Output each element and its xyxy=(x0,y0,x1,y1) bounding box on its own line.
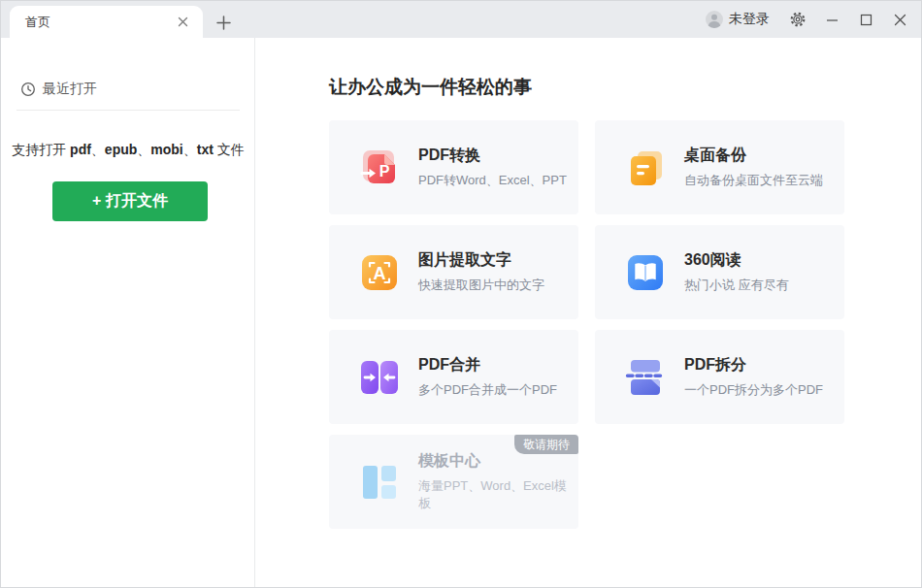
feature-card-image-ocr[interactable]: A 图片提取文字 快速提取图片中的文字 xyxy=(329,225,578,319)
app-window: 首页 未登录 xyxy=(0,0,922,588)
svg-text:P: P xyxy=(379,163,390,180)
content-area: 最近打开 支持打开 pdf、epub、mobi、txt 文件 + 打开文件 让办… xyxy=(1,38,921,588)
supported-formats-text: 支持打开 pdf、epub、mobi、txt 文件 xyxy=(1,142,255,159)
tab-label: 首页 xyxy=(25,14,174,31)
feature-card-pdf-split[interactable]: PDF拆分 一个PDF拆分为多个PDF xyxy=(595,330,844,424)
main-panel: 让办公成为一件轻松的事 P xyxy=(255,38,922,588)
page-title: 让办公成为一件轻松的事 xyxy=(329,75,532,100)
settings-button[interactable] xyxy=(784,6,811,33)
close-button[interactable] xyxy=(886,6,913,33)
pdf-convert-icon: P xyxy=(358,147,401,189)
desktop-backup-icon xyxy=(624,147,667,189)
card-title: 模板中心 xyxy=(418,451,578,472)
card-subtitle: 海量PPT、Word、Excel模板 xyxy=(418,477,578,512)
card-title: 图片提取文字 xyxy=(418,250,544,271)
book-reader-icon xyxy=(624,251,667,294)
tab-home[interactable]: 首页 xyxy=(10,6,203,38)
clock-icon xyxy=(20,82,36,97)
feature-card-pdf-convert[interactable]: P PDF转换 PDF转Word、Excel、PPT xyxy=(329,120,578,214)
avatar-icon xyxy=(705,10,724,29)
card-title: PDF合并 xyxy=(418,355,557,376)
sidebar: 最近打开 支持打开 pdf、epub、mobi、txt 文件 + 打开文件 xyxy=(1,38,255,588)
feature-card-360-reader[interactable]: 360阅读 热门小说 应有尽有 xyxy=(595,225,844,319)
maximize-icon xyxy=(860,14,873,26)
card-title: 桌面备份 xyxy=(684,146,823,166)
card-subtitle: PDF转Word、Excel、PPT xyxy=(418,172,567,189)
coming-soon-badge: 敬请期待 xyxy=(514,435,578,454)
card-subtitle: 多个PDF合并成一个PDF xyxy=(418,381,557,399)
feature-grid: P PDF转换 PDF转Word、Excel、PPT xyxy=(329,120,845,529)
pdf-split-icon xyxy=(624,356,667,399)
feature-card-template-center: 敬请期待 模板中心 海量PPT、Word、Excel模板 xyxy=(329,435,578,529)
pdf-merge-icon xyxy=(358,356,401,399)
open-file-button[interactable]: + 打开文件 xyxy=(52,181,208,221)
card-title: 360阅读 xyxy=(684,250,789,271)
tab-close-icon[interactable] xyxy=(174,14,191,31)
new-tab-button[interactable] xyxy=(211,10,236,35)
feature-card-desktop-backup[interactable]: 桌面备份 自动备份桌面文件至云端 xyxy=(595,120,844,214)
card-subtitle: 一个PDF拆分为多个PDF xyxy=(684,381,823,399)
card-subtitle: 快速提取图片中的文字 xyxy=(418,277,544,294)
gear-icon xyxy=(789,11,807,28)
login-area[interactable]: 未登录 xyxy=(705,10,770,29)
card-subtitle: 热门小说 应有尽有 xyxy=(684,277,789,294)
template-center-icon xyxy=(358,461,401,504)
card-title: PDF转换 xyxy=(418,146,567,166)
sidebar-item-recent[interactable]: 最近打开 xyxy=(20,81,97,98)
maximize-button[interactable] xyxy=(852,6,879,33)
sidebar-divider xyxy=(16,110,240,111)
close-icon xyxy=(894,14,906,26)
feature-card-pdf-merge[interactable]: PDF合并 多个PDF合并成一个PDF xyxy=(329,330,578,424)
recent-label: 最近打开 xyxy=(43,81,97,98)
login-label: 未登录 xyxy=(729,11,770,28)
svg-text:A: A xyxy=(374,264,386,283)
card-subtitle: 自动备份桌面文件至云端 xyxy=(684,172,823,189)
minimize-icon xyxy=(826,14,839,26)
tab-bar: 首页 未登录 xyxy=(1,1,921,38)
titlebar-controls: 未登录 xyxy=(705,1,913,38)
image-ocr-icon: A xyxy=(358,251,401,294)
card-title: PDF拆分 xyxy=(684,355,823,376)
minimize-button[interactable] xyxy=(818,6,845,33)
